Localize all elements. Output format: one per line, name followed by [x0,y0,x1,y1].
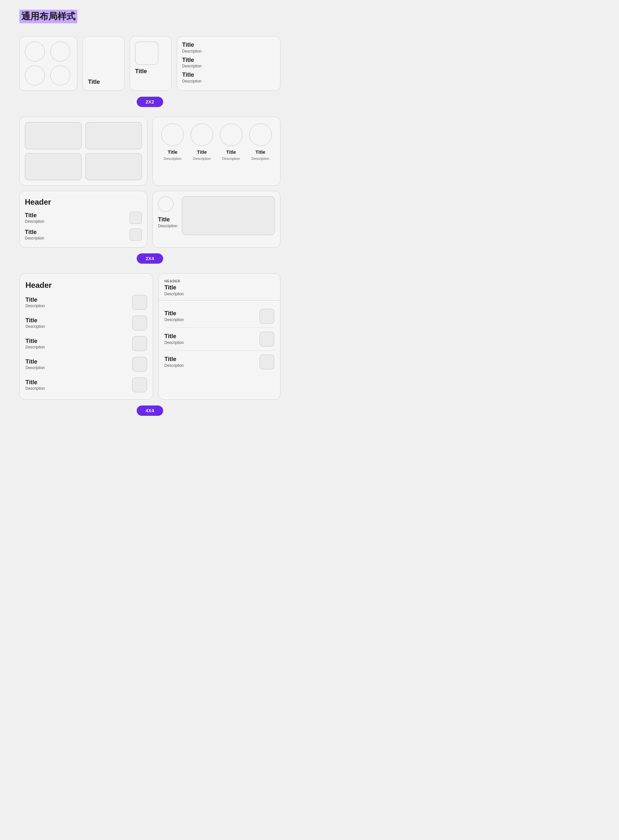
thumbnail [132,315,147,330]
list-desc: Description [182,79,275,84]
circle-text-col: Title Description [158,196,177,228]
list-text: Title Description [25,212,44,224]
badge-2x4: 2X4 [137,253,163,264]
rect-cell [25,122,82,149]
card-header: Header [25,197,142,206]
thumbnail [132,336,147,351]
circle-title: Title [255,149,265,155]
circle-item [161,124,184,146]
list-item: Title Description [25,229,142,241]
circle-item [25,42,45,61]
list-title: Title [25,379,45,386]
list-desc: Description [25,324,45,329]
card-header2-top: HEADER Title Description [158,274,280,300]
list-desc: Description [164,341,184,345]
circle-item [50,42,70,61]
circle-col: Title Description [193,149,211,160]
rect-cell [85,153,142,180]
section-2x2: Title Title Title Description Title Desc… [19,36,281,91]
circle-item [191,124,213,146]
list-desc: Description [25,345,45,350]
list-item: Title Description [25,377,147,392]
section-4x4: Header Title Description Title Descripti… [19,274,281,400]
card-header-list-lg: Header Title Description Title Descripti… [19,274,153,400]
list-title: Title [182,72,275,79]
card-header: Header [25,281,147,290]
list-text: Title Description [25,296,45,308]
list-title: Title [25,212,44,219]
list-item: Title Description [25,315,147,330]
text-block: Title Description [158,216,177,228]
list-item: Title Description [25,212,142,224]
circle-item [25,66,45,85]
list-text: Title Description [25,229,44,241]
header2-top-title: Title [164,284,274,291]
big-rectangle [182,196,275,235]
list-text: Title Description [164,310,184,322]
circle-item [249,124,272,146]
list-title: Title [164,356,184,363]
thumbnail [260,309,274,324]
list-item: Title Description [164,351,274,373]
thumbnail [132,357,147,372]
card-header2: HEADER Title Description Title Descripti… [158,274,281,400]
card-circles-grid [19,36,77,91]
list-text: Title Description [25,317,45,329]
badge-4x4: 4X4 [137,405,163,416]
list-title: Title [164,310,184,317]
list-text: Title Description [164,356,184,368]
card-rect-grid [19,117,147,186]
card-title: Title [135,68,166,75]
list-item: Title Description [25,357,147,372]
thumbnail [132,295,147,310]
list-text: Title Description [25,379,45,391]
header2-top-desc: Description [164,292,274,296]
card-circle-rect: Title Description [153,191,281,248]
rect-grid [25,122,142,180]
thumbnail [260,354,274,369]
card-list-titles: Title Description Title Description Titl… [177,36,281,91]
card-title: Title [158,216,177,223]
section-2x4-row1: Title Description Title Description Titl… [19,117,281,186]
list-title: Title [25,317,45,324]
circle-item [158,196,173,212]
card-title: Title [88,79,100,85]
header2-label: HEADER [164,280,274,283]
list-desc: Description [182,64,275,68]
rect-cell [85,122,142,149]
card-desc: Description [158,224,177,228]
thumbnail [132,377,147,392]
circle-desc: Description [193,157,211,160]
badge-2x2: 2X2 [137,97,163,107]
thumbnail [130,212,142,224]
list-title: Title [25,229,44,236]
circles-labels-row: Title Description Title Description Titl… [158,149,275,160]
badge-row-4x4: 4X4 [19,405,281,416]
list-item: Title Description [164,305,274,328]
list-title: Title [25,296,45,303]
circle-desc: Description [164,157,181,160]
list-desc: Description [182,49,275,54]
list-desc: Description [25,236,44,241]
card-square-title: Title [130,36,172,91]
circle-title: Title [167,149,178,155]
card-square [135,42,158,65]
circle-item [50,66,70,85]
circle-col: Title Description [251,149,269,160]
list-title: Title [164,333,184,340]
list-title: Title [182,42,275,49]
thumbnail [130,229,142,241]
thumbnail [260,332,274,347]
list-desc: Description [25,366,45,370]
list-item: Title Description [182,42,275,54]
list-item: Title Description [182,72,275,84]
card-header2-body: Title Description Title Description Titl… [158,300,280,378]
circle-col: Title Description [222,149,240,160]
circle-rect-top: Title Description [158,196,275,235]
list-item: Title Description [25,336,147,351]
card-circles-4col: Title Description Title Description Titl… [153,117,281,186]
circle-col: Title Description [164,149,181,160]
circle-title: Title [226,149,236,155]
rect-cell [25,153,82,180]
section-2x4-row2: Header Title Description Title Descripti… [19,191,281,248]
